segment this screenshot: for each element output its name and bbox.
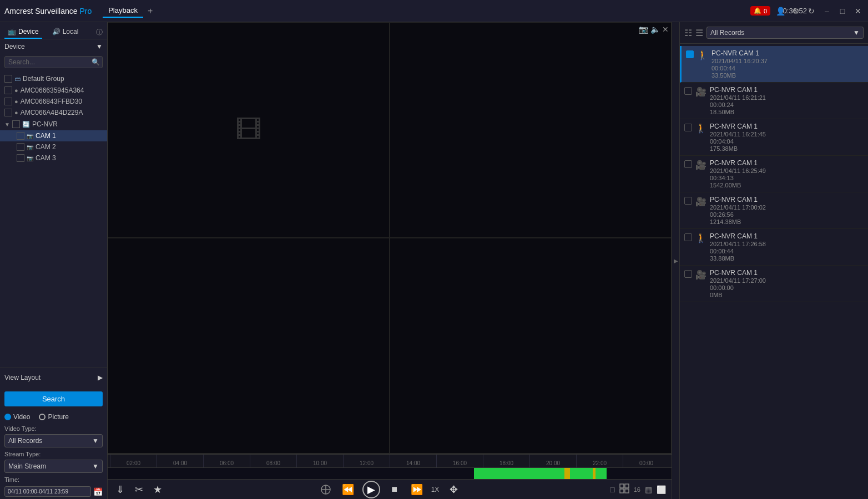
collapse-recordings-handle[interactable]: ▶ (672, 22, 679, 499)
app-title: Amcrest Surveillance Pro (4, 7, 92, 16)
tree-item-device-2[interactable]: ● AMC066843FFBD30 (0, 96, 107, 107)
cut-button[interactable]: ✂ (131, 482, 147, 497)
rec-checkbox-5[interactable] (684, 197, 692, 205)
device2-icon: ● (14, 98, 18, 105)
layout-fullscreen-button[interactable]: ⬜ (655, 484, 667, 495)
view-layout-row[interactable]: View Layout ▶ (0, 368, 107, 387)
timeline-segment-5 (596, 468, 607, 479)
fullscreen-button[interactable]: ✥ (446, 482, 461, 497)
group-checkbox[interactable] (4, 75, 12, 83)
add-tab-button[interactable]: + (143, 5, 157, 17)
cam3-camera-icon: 📷 (27, 155, 33, 161)
rec-checkbox-1[interactable] (686, 50, 694, 58)
rec-name-2: PC-NVR CAM 1 (710, 86, 864, 94)
video-sync-icon[interactable] (318, 482, 334, 497)
nvr-checkbox[interactable] (12, 120, 20, 128)
device2-checkbox[interactable] (4, 98, 12, 105)
play-button[interactable]: ▶ (362, 481, 380, 498)
time-input[interactable] (4, 486, 91, 497)
rec-name-7: PC-NVR CAM 1 (710, 269, 864, 277)
snapshot-icon[interactable]: 📷 (639, 25, 648, 34)
tick-2000: 20:00 (529, 455, 576, 467)
recording-item-2[interactable]: 🎥 PC-NVR CAM 1 2021/04/11 16:21:21 00:00… (680, 83, 868, 119)
video-cell-3[interactable] (108, 238, 390, 454)
download-button[interactable]: ⇓ (112, 482, 128, 497)
rec-checkbox-3[interactable] (684, 124, 692, 131)
rec-duration-2: 00:00:24 (710, 101, 864, 108)
sound-icon[interactable]: 🔈 (650, 25, 660, 34)
forward-button[interactable]: ⏩ (409, 482, 425, 497)
stop-button[interactable]: ■ (387, 482, 402, 497)
cam3-checkbox[interactable] (17, 154, 24, 162)
playback-tab[interactable]: Playback (103, 4, 143, 18)
bell-icon: 🔔 (754, 7, 761, 14)
tree-group-nvr[interactable]: ▼ 🔄 PC-NVR (0, 118, 107, 130)
minimize-button[interactable]: – (821, 6, 832, 17)
device3-checkbox[interactable] (4, 109, 12, 116)
timeline-segment-3 (570, 468, 593, 479)
recording-item-6[interactable]: 🚶 PC-NVR CAM 1 2021/04/11 17:26:58 00:00… (680, 229, 868, 266)
rec-checkbox-4[interactable] (684, 160, 692, 168)
recording-item-7[interactable]: 🎥 PC-NVR CAM 1 2021/04/11 17:27:00 00:00… (680, 266, 868, 302)
calendar-icon[interactable]: 📅 (93, 487, 103, 496)
timeline-ruler: 02:00 04:00 06:00 08:00 10:00 12:00 14:0… (108, 455, 672, 468)
search-input[interactable] (8, 58, 92, 66)
tree-item-cam3[interactable]: 📷 CAM 3 (0, 152, 107, 164)
view-layout-label: View Layout (4, 374, 41, 381)
close-cell-icon[interactable]: ✕ (662, 25, 669, 34)
video-cell-2[interactable]: 📷 🔈 ✕ (390, 22, 672, 238)
bookmark-button[interactable]: ★ (150, 482, 165, 497)
refresh-icon[interactable]: ↻ (806, 6, 817, 17)
cam1-checkbox[interactable] (17, 132, 24, 140)
timeline-track[interactable] (108, 468, 672, 479)
radio-video[interactable]: Video (4, 413, 30, 421)
tree-group-default[interactable]: 🗃 Default Group (0, 73, 107, 85)
device1-checkbox[interactable] (4, 86, 12, 94)
tree-item-device-1[interactable]: ● AMC066635945A364 (0, 85, 107, 96)
recording-item-1[interactable]: 🚶 PC-NVR CAM 1 2021/04/11 16:20:37 00:00… (680, 46, 868, 83)
rec-checkbox-6[interactable] (684, 233, 692, 241)
layout-custom-button[interactable]: ▦ (644, 484, 653, 495)
search-icon[interactable]: 🔍 (92, 58, 100, 66)
rec-name-4: PC-NVR CAM 1 (710, 159, 864, 167)
tab-local[interactable]: 🔊 Local (49, 26, 82, 39)
titlebar: Amcrest Surveillance Pro Playback + 20:3… (0, 0, 868, 22)
cam2-checkbox[interactable] (17, 143, 24, 151)
rec-view-grid-button[interactable]: ☷ (684, 28, 692, 38)
device-dropdown-icon[interactable]: ▼ (96, 43, 103, 50)
tick-1400: 14:00 (390, 455, 436, 467)
tree-item-device-3[interactable]: ● AMC066A4B4D229A (0, 107, 107, 118)
video-cell-4[interactable] (390, 238, 672, 454)
stream-type-select[interactable]: Main Stream ▼ (4, 460, 103, 473)
rec-view-list-button[interactable]: ☰ (695, 28, 703, 38)
nvr-icon: 🔄 (22, 121, 30, 128)
rewind-button[interactable]: ⏪ (340, 482, 356, 497)
layout-16-button[interactable]: 16 (633, 485, 642, 494)
recording-item-5[interactable]: 🎥 PC-NVR CAM 1 2021/04/11 17:00:02 00:26… (680, 192, 868, 229)
rec-checkbox-7[interactable] (684, 270, 692, 278)
view-layout-arrow: ▶ (98, 374, 103, 381)
video-type-select[interactable]: All Records ▼ (4, 434, 103, 447)
rec-size-4: 1542.00MB (710, 182, 864, 189)
stream-type-value: Main Stream (8, 462, 46, 470)
tab-device[interactable]: 📺 Device (4, 26, 42, 39)
help-icon[interactable]: ⓘ (96, 28, 103, 37)
close-button[interactable]: ✕ (852, 6, 864, 17)
tree-item-cam1[interactable]: 📷 CAM 1 (0, 130, 107, 141)
settings-icon[interactable]: ⚙ (790, 6, 801, 17)
cam1-camera-icon: 📷 (27, 133, 33, 139)
search-button[interactable]: Search (4, 391, 103, 406)
layout-1x1-button[interactable]: □ (609, 484, 615, 495)
video-cell-1[interactable]: 🎞 (108, 22, 390, 238)
tree-item-cam2[interactable]: 📷 CAM 2 (0, 141, 107, 152)
radio-picture[interactable]: Picture (39, 413, 68, 421)
user-icon[interactable]: 👤 (775, 6, 786, 17)
rec-checkbox-2[interactable] (684, 87, 692, 95)
rec-filter-select[interactable]: All Records ▼ (706, 27, 864, 39)
rec-size-2: 18.50MB (710, 109, 864, 115)
maximize-button[interactable]: □ (837, 6, 848, 17)
notification-badge[interactable]: 🔔 0 (750, 6, 770, 16)
layout-2x2-button[interactable] (618, 482, 630, 496)
recording-item-3[interactable]: 🚶 PC-NVR CAM 1 2021/04/11 16:21:45 00:04… (680, 119, 868, 156)
recording-item-4[interactable]: 🎥 PC-NVR CAM 1 2021/04/11 16:25:49 00:34… (680, 156, 868, 192)
